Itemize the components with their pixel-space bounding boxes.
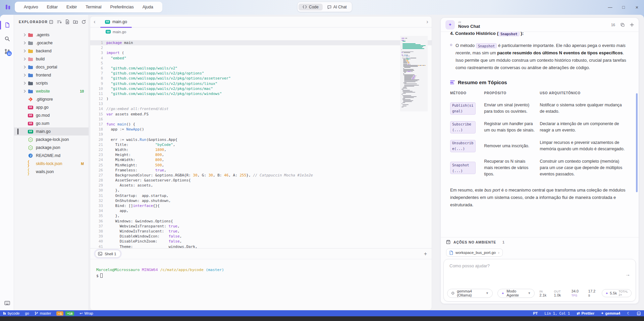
code-line[interactable]: 16	[90, 117, 432, 122]
tabs-scroll-left-icon[interactable]: ‹	[90, 19, 99, 25]
mode-selector[interactable]: ✦ Modo Agente ▼	[497, 289, 535, 298]
code-line[interactable]: 3import (	[90, 50, 432, 55]
wrap-toggle[interactable]: ↩ Wrap	[79, 311, 93, 316]
menu-editar[interactable]: Editar	[43, 3, 61, 11]
sort-icon[interactable]	[57, 20, 62, 24]
menu-exibir[interactable]: Exibir	[63, 3, 80, 11]
keyboard-icon[interactable]	[3, 299, 11, 307]
code-line[interactable]: 15var assets embed.FS	[90, 112, 432, 117]
chat-input[interactable]: Como posso ajudar?	[449, 263, 490, 268]
model-selector[interactable]: gemma4 (Ollama) ▼	[447, 289, 493, 298]
code-line[interactable]: 26 Frameless: true,	[90, 168, 432, 173]
code-line[interactable]: 11 "github.com/wailsapp/wails/v2/pkg/opt…	[90, 91, 432, 96]
tree-item-package-lock-json[interactable]: JSpackage-lock.json	[14, 136, 89, 144]
terminal[interactable]: Marcelo@Microssauro MINGW64 /c/matz/apps…	[90, 259, 432, 310]
search-icon[interactable]	[3, 35, 11, 42]
new-folder-icon[interactable]	[73, 20, 78, 24]
menu-ajuda[interactable]: Ajuda	[139, 3, 157, 11]
code-line[interactable]: 33 Bind: []interface{}{	[90, 203, 432, 208]
copy-icon[interactable]	[621, 23, 625, 27]
code-line[interactable]: 41 Theme: windows.Dark,	[90, 244, 432, 249]
tree-item-docs-portal[interactable]: docs_portal	[14, 63, 89, 71]
files-icon[interactable]	[3, 21, 11, 29]
menu-terminal[interactable]: Terminal	[82, 3, 105, 11]
code-line[interactable]: 27 BackgroundColour: &options.RGBA{R: 30…	[90, 173, 432, 178]
theme-toggle-icon[interactable]: ☾	[627, 311, 630, 316]
code-line[interactable]: 28 AssetServer: &assetserver.Options{	[90, 178, 432, 183]
code-line[interactable]: 1package main	[90, 40, 432, 45]
close-button[interactable]: ×	[634, 4, 640, 10]
tree-item--agents[interactable]: .agents	[14, 31, 89, 39]
code-line[interactable]: 35 },	[90, 213, 432, 218]
code-line[interactable]: 37 WebviewIsTransparent: true,	[90, 224, 432, 229]
tree-item-package-json[interactable]: JSpackage.json	[14, 144, 89, 152]
code-line[interactable]: 18 app := NewApp()	[90, 127, 432, 132]
code-line[interactable]: 38 WindowIsTranslucent: true,	[90, 229, 432, 234]
tree-item-go-mod[interactable]: GOgo.mod	[14, 111, 89, 119]
send-icon[interactable]: →	[625, 271, 630, 277]
action-file-chip[interactable]: workspace_bus_port.go ›	[446, 249, 503, 257]
code-line[interactable]: 25 MinHeight: 500,	[90, 163, 432, 168]
tree-item-main-go[interactable]: GOmain.go	[14, 127, 89, 136]
code-line[interactable]: 4 "embed"	[90, 56, 432, 61]
code-line[interactable]: 24 MinWidth: 800,	[90, 157, 432, 162]
total-tokens-pill[interactable]: ✦ 5.5k TOTAL 2×	[602, 289, 632, 297]
code-line[interactable]: 40 DisablePinchZoom: false,	[90, 239, 432, 244]
language-indicator[interactable]: go	[25, 311, 29, 315]
menu-preferências[interactable]: Preferências	[107, 3, 138, 11]
new-terminal-button[interactable]: +	[424, 251, 427, 257]
code-line[interactable]: 19	[90, 132, 432, 137]
tab-main-go[interactable]: GO main.go	[99, 16, 133, 28]
code-line[interactable]: 36 Windows: &windows.Options{	[90, 219, 432, 224]
code-line[interactable]: 7 "github.com/wailsapp/wails/v2/pkg/opti…	[90, 71, 432, 76]
code-line[interactable]: 5	[90, 61, 432, 66]
code-line[interactable]: 8 "github.com/wailsapp/wails/v2/pkg/opti…	[90, 76, 432, 81]
code-line[interactable]: 20 err := wails.Run(&options.App{	[90, 137, 432, 142]
code-line[interactable]: 29 Assets: assets,	[90, 183, 432, 188]
tree-item-frontend[interactable]: frontend	[14, 71, 89, 79]
environment-actions[interactable]: AÇÕES NO AMBIENTE 1	[446, 240, 504, 244]
code-line[interactable]: 17func main() {	[90, 122, 432, 127]
code-line[interactable]: 32 OnShutdown: app.shutdown,	[90, 198, 432, 203]
terminal-input-line[interactable]: $	[96, 273, 432, 279]
code-line[interactable]: 31 OnStartup: app.startup,	[90, 193, 432, 198]
tree-item-build[interactable]: build	[14, 55, 89, 63]
code-editor[interactable]: 1package main23import (4 "embed"56 "gith…	[90, 36, 432, 248]
formatter-indicator[interactable]: ⇄Prettier	[577, 311, 594, 316]
code-line[interactable]: 13	[90, 101, 432, 106]
tree-item-wails-json[interactable]: { }wails.json	[14, 168, 89, 176]
code-line[interactable]: 6 "github.com/wailsapp/wails/v2"	[90, 66, 432, 71]
tab-code[interactable]: Code	[299, 4, 323, 10]
tree-item-scripts[interactable]: scripts	[14, 79, 89, 87]
tree-item--gitignore[interactable]: .gitignore	[14, 95, 89, 103]
code-line[interactable]: 9 "github.com/wailsapp/wails/v2/pkg/opti…	[90, 81, 432, 86]
git-branch-indicator[interactable]: master	[35, 311, 51, 315]
cursor-position[interactable]: Lín 1, Col 1	[544, 311, 570, 315]
chat-messages[interactable]: 4. Contexto Histórico (Snapshot ): O mét…	[441, 32, 639, 236]
workspace-indicator[interactable]: bycode	[3, 311, 19, 315]
terminal-tab-shell1[interactable]: Shell 1	[95, 250, 121, 258]
code-line[interactable]: 2	[90, 45, 432, 50]
code-line[interactable]: 30 },	[90, 188, 432, 193]
code-line[interactable]: 12)	[90, 96, 432, 101]
collapse-all-icon[interactable]	[49, 20, 53, 24]
code-line[interactable]: 14//go:embed all:frontend/dist	[90, 106, 432, 111]
code-line[interactable]: 23 Height: 800,	[90, 152, 432, 157]
chat-scrollbar[interactable]	[636, 93, 638, 192]
tree-item-website[interactable]: website10	[14, 87, 89, 95]
tree-item-README-md[interactable]: iREADME.md	[14, 152, 89, 160]
panel-toggle-icon[interactable]	[637, 312, 641, 315]
tree-item-app-go[interactable]: GOapp.go	[14, 103, 89, 111]
maximize-button[interactable]: □	[621, 4, 627, 10]
code-line[interactable]: 39 DisableWindowIcon: false,	[90, 234, 432, 239]
minimize-button[interactable]: —	[607, 4, 613, 10]
tree-item-backend[interactable]: backend	[14, 47, 89, 55]
locale-indicator[interactable]: PT	[533, 311, 538, 315]
minimap[interactable]	[400, 36, 428, 111]
tab-ai-chat[interactable]: AI Chat	[323, 4, 351, 10]
menu-arquivo[interactable]: Arquivo	[20, 3, 42, 11]
tree-item-skills-lock-json[interactable]: { }skills-lock.jsonM	[14, 160, 89, 168]
tabs-scroll-right-icon[interactable]: ›	[423, 19, 432, 25]
code-line[interactable]: 21 Title: "byCode",	[90, 142, 432, 147]
tree-item--gocache[interactable]: .gocache	[14, 39, 89, 47]
